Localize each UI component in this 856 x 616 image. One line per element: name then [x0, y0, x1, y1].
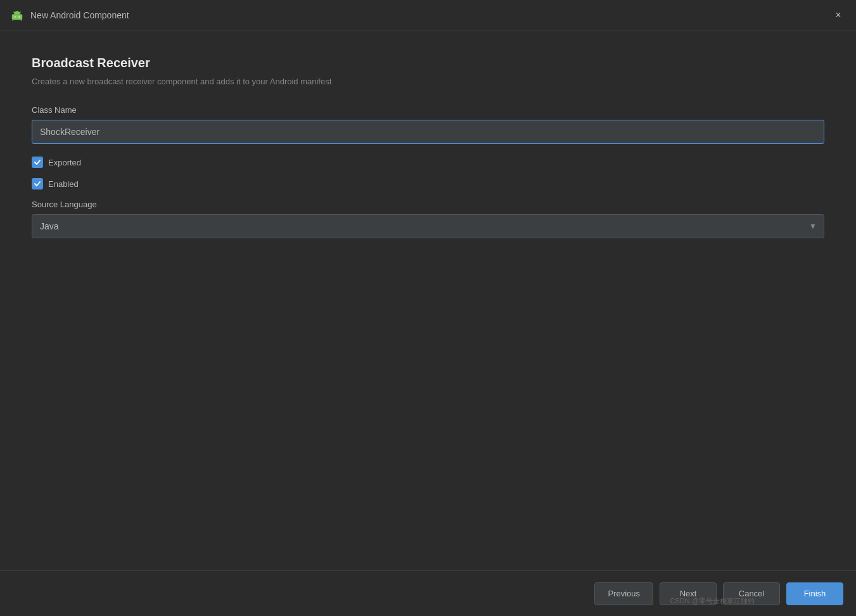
- svg-rect-0: [12, 14, 23, 20]
- source-language-select-wrapper: Java Kotlin ▼: [32, 214, 824, 238]
- title-bar-left: New Android Component: [10, 8, 129, 22]
- exported-label: Exported: [48, 158, 81, 167]
- class-name-input[interactable]: [32, 120, 824, 144]
- svg-point-1: [15, 16, 16, 17]
- source-language-label: Source Language: [32, 200, 824, 209]
- enabled-checkmark-icon: [34, 180, 41, 188]
- watermark: CSDN @零号全栈寒江独钓: [670, 596, 755, 606]
- enabled-checkbox[interactable]: [32, 178, 43, 189]
- dialog-title: New Android Component: [30, 10, 129, 20]
- enabled-label: Enabled: [48, 179, 79, 189]
- enabled-group[interactable]: Enabled: [32, 178, 824, 189]
- dialog-content: Broadcast Receiver Creates a new broadca…: [0, 30, 856, 570]
- previous-button[interactable]: Previous: [594, 582, 653, 605]
- exported-group[interactable]: Exported: [32, 157, 824, 168]
- source-language-select[interactable]: Java Kotlin: [32, 214, 824, 238]
- checkmark-icon: [34, 158, 41, 166]
- close-button[interactable]: ×: [831, 8, 846, 23]
- exported-checkbox[interactable]: [32, 157, 43, 168]
- source-language-group: Source Language Java Kotlin ▼: [32, 200, 824, 238]
- dialog: New Android Component × Broadcast Receiv…: [0, 0, 856, 616]
- finish-button[interactable]: Finish: [786, 582, 843, 605]
- close-icon: ×: [835, 10, 841, 21]
- class-name-label: Class Name: [32, 105, 824, 115]
- android-icon: [10, 8, 24, 22]
- form-title: Broadcast Receiver: [32, 56, 824, 70]
- dialog-footer: Previous Next Cancel Finish: [0, 570, 856, 616]
- form-subtitle: Creates a new broadcast receiver compone…: [32, 77, 824, 86]
- class-name-group: Class Name: [32, 105, 824, 144]
- title-bar: New Android Component ×: [0, 0, 856, 30]
- svg-point-2: [18, 16, 20, 17]
